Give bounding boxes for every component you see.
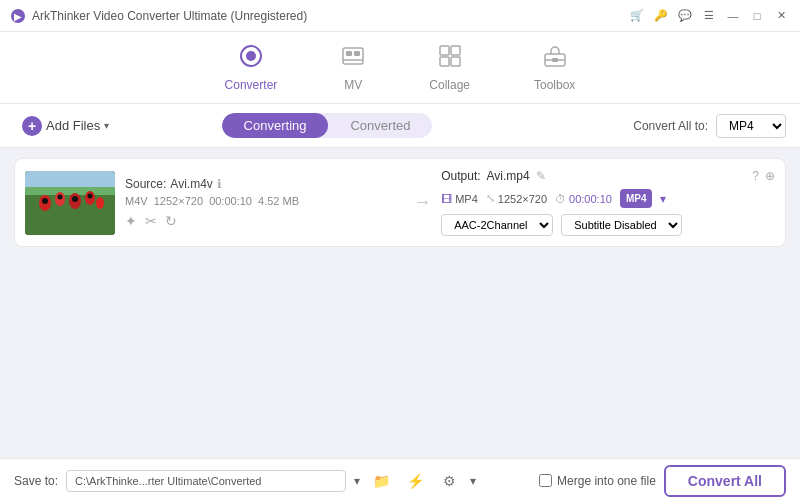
convert-all-to-label: Convert All to: bbox=[633, 119, 708, 133]
svg-point-25 bbox=[72, 196, 78, 202]
toolbox-icon bbox=[543, 44, 567, 74]
output-duration-value: 00:00:10 bbox=[569, 193, 612, 205]
svg-point-24 bbox=[58, 194, 63, 199]
mv-icon bbox=[341, 44, 365, 74]
tab-converting[interactable]: Converting bbox=[222, 113, 329, 138]
nav-converter[interactable]: Converter bbox=[213, 38, 290, 98]
svg-point-3 bbox=[246, 51, 256, 61]
output-format-item: 🎞 MP4 bbox=[441, 193, 478, 205]
audio-channel-select[interactable]: AAC-2Channel AAC-5.1 MP3 bbox=[441, 214, 553, 236]
output-resolution-item: ⤡ 1252×720 bbox=[486, 192, 547, 205]
convert-all-button[interactable]: Convert All bbox=[664, 465, 786, 497]
nav-toolbox[interactable]: Toolbox bbox=[522, 38, 587, 98]
output-resolution-value: 1252×720 bbox=[498, 193, 547, 205]
window-controls: 🛒 🔑 💬 ☰ — □ ✕ bbox=[628, 7, 790, 25]
output-info-icon[interactable]: ? bbox=[752, 169, 759, 183]
close-icon[interactable]: ✕ bbox=[772, 7, 790, 25]
svg-point-26 bbox=[88, 193, 93, 198]
output-section: Output: Avi.mp4 ✎ ? ⊕ 🎞 MP4 ⤡ 1252×720 bbox=[441, 169, 775, 236]
file-size: 4.52 MB bbox=[258, 195, 299, 207]
maximize-icon[interactable]: □ bbox=[748, 7, 766, 25]
output-edit-icon[interactable]: ✎ bbox=[536, 169, 546, 183]
open-folder-button[interactable]: 📁 bbox=[368, 468, 394, 494]
output-label: Output: bbox=[441, 169, 480, 183]
svg-point-23 bbox=[42, 198, 48, 204]
cart-icon[interactable]: 🛒 bbox=[628, 7, 646, 25]
file-source-row: Source: Avi.m4v ℹ bbox=[125, 177, 403, 191]
navbar: Converter MV Collage bbox=[0, 32, 800, 104]
add-files-dropdown-arrow[interactable]: ▾ bbox=[104, 120, 109, 131]
output-add-icon[interactable]: ⊕ bbox=[765, 169, 775, 183]
rotate-icon[interactable]: ↻ bbox=[165, 213, 177, 229]
svg-rect-10 bbox=[440, 57, 449, 66]
nav-collage[interactable]: Collage bbox=[417, 38, 482, 98]
enhance-icon[interactable]: ✦ bbox=[125, 213, 137, 229]
save-path-input[interactable] bbox=[66, 470, 346, 492]
file-meta: M4V 1252×720 00:00:10 4.52 MB bbox=[125, 195, 403, 207]
output-filename: Avi.mp4 bbox=[487, 169, 530, 183]
converter-icon bbox=[239, 44, 263, 74]
svg-rect-27 bbox=[25, 171, 115, 187]
svg-text:▶: ▶ bbox=[14, 11, 22, 22]
add-files-label: Add Files bbox=[46, 118, 100, 133]
file-format: M4V bbox=[125, 195, 148, 207]
output-dropdowns: AAC-2Channel AAC-5.1 MP3 Subtitle Disabl… bbox=[441, 214, 775, 236]
nav-converter-label: Converter bbox=[225, 78, 278, 92]
file-thumbnail bbox=[25, 171, 115, 235]
svg-rect-9 bbox=[451, 46, 460, 55]
format-badge[interactable]: MP4 bbox=[620, 189, 653, 208]
convert-all-format-select[interactable]: MP4 MKV AVI MOV bbox=[716, 114, 786, 138]
titlebar: ▶ ArkThinker Video Converter Ultimate (U… bbox=[0, 0, 800, 32]
svg-rect-6 bbox=[354, 51, 360, 56]
save-to-label: Save to: bbox=[14, 474, 58, 488]
plus-icon: + bbox=[22, 116, 42, 136]
toolbar: + Add Files ▾ Converting Converted Conve… bbox=[0, 104, 800, 148]
output-meta-row: 🎞 MP4 ⤡ 1252×720 ⏱ 00:00:10 MP4 ▾ bbox=[441, 189, 775, 208]
settings-button[interactable]: ⚙ bbox=[436, 468, 462, 494]
add-files-button[interactable]: + Add Files ▾ bbox=[14, 112, 117, 140]
output-header: Output: Avi.mp4 ✎ ? ⊕ bbox=[441, 169, 775, 183]
save-path-dropdown[interactable]: ▾ bbox=[354, 474, 360, 488]
collage-icon bbox=[438, 44, 462, 74]
nav-collage-label: Collage bbox=[429, 78, 470, 92]
bottombar: Save to: ▾ 📁 ⚡ ⚙ ▾ Merge into one file C… bbox=[0, 458, 800, 502]
output-duration-item: ⏱ 00:00:10 bbox=[555, 193, 612, 205]
subtitle-select[interactable]: Subtitle Disabled Subtitle Enabled bbox=[561, 214, 682, 236]
clock-icon: ⏱ bbox=[555, 193, 566, 205]
key-icon[interactable]: 🔑 bbox=[652, 7, 670, 25]
tab-group: Converting Converted bbox=[222, 113, 433, 138]
film-icon: 🎞 bbox=[441, 193, 452, 205]
merge-label[interactable]: Merge into one file bbox=[557, 474, 656, 488]
nav-mv-label: MV bbox=[344, 78, 362, 92]
nav-toolbox-label: Toolbox bbox=[534, 78, 575, 92]
file-row: Source: Avi.m4v ℹ M4V 1252×720 00:00:10 … bbox=[14, 158, 786, 247]
minimize-icon[interactable]: — bbox=[724, 7, 742, 25]
svg-rect-4 bbox=[343, 48, 363, 64]
merge-checkbox-area: Merge into one file bbox=[539, 474, 656, 488]
app-icon: ▶ bbox=[10, 8, 26, 24]
window-title: ArkThinker Video Converter Ultimate (Unr… bbox=[32, 9, 628, 23]
source-label: Source: bbox=[125, 177, 166, 191]
arrow-divider: → bbox=[413, 192, 431, 213]
format-badge-dropdown[interactable]: ▾ bbox=[660, 192, 666, 206]
output-format-value: MP4 bbox=[455, 193, 478, 205]
cut-icon[interactable]: ✂ bbox=[145, 213, 157, 229]
source-filename: Avi.m4v bbox=[170, 177, 212, 191]
flash-convert-button[interactable]: ⚡ bbox=[402, 468, 428, 494]
output-action-icons: ? ⊕ bbox=[752, 169, 775, 183]
svg-rect-11 bbox=[451, 57, 460, 66]
tab-converted[interactable]: Converted bbox=[328, 113, 432, 138]
source-info-icon[interactable]: ℹ bbox=[217, 177, 222, 191]
nav-mv[interactable]: MV bbox=[329, 38, 377, 98]
menu-icon[interactable]: ☰ bbox=[700, 7, 718, 25]
svg-rect-5 bbox=[346, 51, 352, 56]
svg-rect-14 bbox=[552, 58, 558, 62]
file-duration: 00:00:10 bbox=[209, 195, 252, 207]
settings-dropdown[interactable]: ▾ bbox=[470, 474, 476, 488]
resize-icon: ⤡ bbox=[486, 192, 495, 205]
merge-checkbox[interactable] bbox=[539, 474, 552, 487]
chat-icon[interactable]: 💬 bbox=[676, 7, 694, 25]
main-content: Source: Avi.m4v ℹ M4V 1252×720 00:00:10 … bbox=[0, 148, 800, 265]
file-actions: ✦ ✂ ↻ bbox=[125, 213, 403, 229]
svg-point-22 bbox=[96, 197, 104, 209]
